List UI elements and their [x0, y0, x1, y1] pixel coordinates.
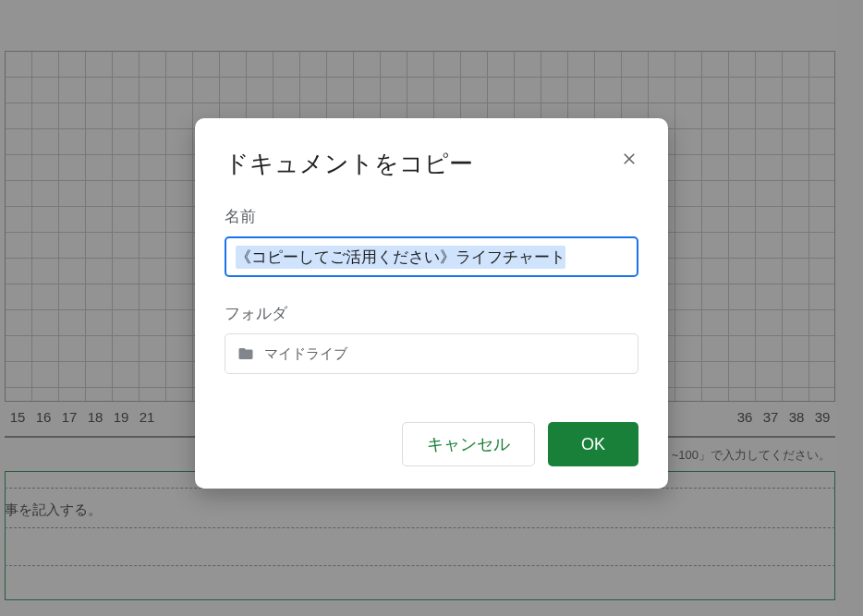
folder-label: フォルダ: [225, 303, 638, 324]
copy-document-dialog: ドキュメントをコピー 名前 《コピーしてご活用ください》ライフチャート フォルダ…: [195, 118, 668, 489]
folder-name: マイドライブ: [264, 345, 347, 363]
modal-overlay: ドキュメントをコピー 名前 《コピーしてご活用ください》ライフチャート フォルダ…: [0, 0, 863, 616]
name-label: 名前: [225, 206, 638, 227]
close-icon: [621, 151, 638, 167]
name-input[interactable]: 《コピーしてご活用ください》ライフチャート: [225, 236, 638, 277]
close-button[interactable]: [616, 146, 642, 172]
folder-selector[interactable]: マイドライブ: [225, 333, 638, 374]
folder-icon: [237, 345, 255, 362]
ok-button[interactable]: OK: [548, 422, 638, 466]
name-input-value: 《コピーしてご活用ください》ライフチャート: [236, 246, 565, 269]
dialog-actions: キャンセル OK: [225, 422, 638, 466]
dialog-title: ドキュメントをコピー: [225, 148, 638, 180]
cancel-button[interactable]: キャンセル: [402, 422, 535, 466]
